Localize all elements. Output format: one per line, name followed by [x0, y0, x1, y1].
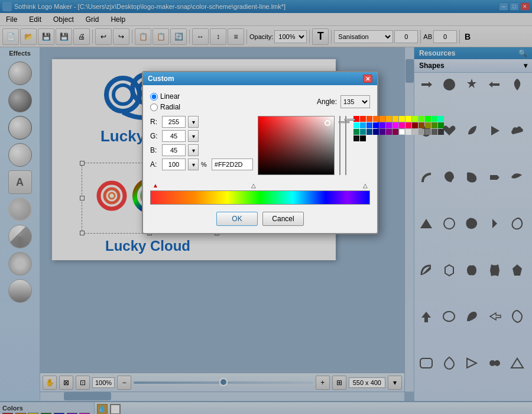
gradient-type-group: Linear Radial — [150, 92, 180, 111]
hue-slider[interactable] — [339, 121, 349, 123]
palette-midgray[interactable] — [425, 129, 431, 135]
palette-yellow[interactable] — [406, 116, 411, 122]
linear-radio[interactable] — [150, 93, 158, 101]
palette-c14[interactable] — [386, 122, 392, 128]
palette-c5[interactable] — [392, 116, 398, 122]
linear-label: Linear — [160, 92, 180, 101]
palette-blue[interactable] — [373, 122, 379, 128]
cancel-button[interactable]: Cancel — [262, 212, 304, 226]
g-row: G: ▾ — [150, 130, 253, 142]
palette-c28[interactable] — [432, 129, 437, 135]
palette-c19[interactable] — [432, 122, 437, 128]
palette-c6[interactable] — [399, 116, 405, 122]
dialog-title-text: Custom — [148, 75, 174, 83]
palette-c21[interactable] — [360, 129, 366, 135]
palette-c15[interactable] — [399, 122, 405, 128]
g-label: G: — [150, 132, 160, 140]
palette-darkgreen[interactable] — [438, 122, 444, 128]
a-input[interactable] — [162, 159, 186, 170]
b-label: B: — [150, 146, 160, 154]
hue-bar[interactable] — [339, 116, 340, 175]
palette-c13[interactable] — [379, 122, 385, 128]
palette-cyan[interactable] — [353, 122, 359, 128]
palette-darkblue[interactable] — [373, 129, 379, 135]
dark-overlay — [258, 117, 334, 174]
a-label: A: — [150, 160, 160, 169]
g-up[interactable]: ▾ — [188, 130, 199, 142]
gradient-picker-area[interactable] — [258, 116, 335, 175]
custom-dialog: Custom ✕ Linear Radial Angle: — [142, 71, 378, 234]
palette-c9[interactable] — [432, 116, 437, 122]
color-crosshair[interactable] — [325, 120, 330, 126]
g-input[interactable] — [162, 130, 186, 142]
alpha-slider[interactable] — [345, 119, 355, 121]
radio-angle-row: Linear Radial Angle: 135 0 45 90 180 — [150, 92, 370, 111]
palette-c12[interactable] — [366, 122, 372, 128]
palette-c10[interactable] — [438, 116, 444, 122]
gradient-preview-bar[interactable] — [150, 190, 370, 205]
color-pickers-row: R: ▾ G: ▾ B: ▾ — [150, 116, 370, 175]
palette-c27[interactable] — [419, 129, 424, 135]
dialog-body: Linear Radial Angle: 135 0 45 90 180 — [143, 85, 377, 233]
palette-black[interactable] — [360, 135, 366, 141]
palette-c8[interactable] — [419, 116, 424, 122]
palette-c29[interactable] — [438, 129, 444, 135]
angle-row: Angle: 135 0 45 90 180 — [317, 95, 370, 108]
palette-c22[interactable] — [366, 129, 372, 135]
color-palette — [353, 116, 444, 175]
rgba-controls: R: ▾ G: ▾ B: ▾ — [150, 116, 253, 175]
b-up[interactable]: ▾ — [188, 144, 199, 156]
r-input[interactable] — [162, 116, 186, 128]
palette-c2[interactable] — [366, 116, 372, 122]
stop-arrow-left[interactable]: ▲ — [153, 182, 158, 189]
palette-c4[interactable] — [386, 116, 392, 122]
palette-c17[interactable] — [419, 122, 424, 128]
b-row: B: ▾ — [150, 144, 253, 156]
palette-c7[interactable] — [412, 116, 418, 122]
dialog-buttons: OK Cancel — [150, 212, 370, 226]
palette-c3[interactable] — [373, 116, 379, 122]
palette-ltgray[interactable] — [406, 129, 411, 135]
palette-darkred[interactable] — [412, 122, 418, 128]
a-row: A: ▾ % — [150, 159, 253, 170]
palette-c20[interactable] — [353, 129, 359, 135]
palette-c24[interactable] — [386, 129, 392, 135]
dialog-title-bar: Custom ✕ — [143, 72, 377, 85]
palette-c26[interactable] — [412, 129, 418, 135]
palette-c11[interactable] — [360, 122, 366, 128]
palette-c25[interactable] — [392, 129, 398, 135]
gradient-stops-area: ▲ △ △ — [150, 181, 370, 205]
stop-arrow-right[interactable]: △ — [363, 182, 368, 189]
stop-arrow-mid[interactable]: △ — [251, 182, 256, 189]
linear-radio-item[interactable]: Linear — [150, 92, 180, 101]
dialog-close-button[interactable]: ✕ — [363, 75, 372, 83]
r-row: R: ▾ — [150, 116, 253, 128]
r-label: R: — [150, 118, 160, 126]
angle-select[interactable]: 135 0 45 90 180 — [340, 95, 370, 108]
radial-radio[interactable] — [150, 104, 158, 111]
palette-green[interactable] — [425, 116, 431, 122]
palette-c18[interactable] — [425, 122, 431, 128]
palette-c16[interactable] — [406, 122, 411, 128]
r-up[interactable]: ▾ — [188, 116, 199, 128]
dialog-overlay: Custom ✕ Linear Radial Angle: — [0, 0, 532, 414]
b-input[interactable] — [162, 144, 186, 156]
palette-orange[interactable] — [379, 116, 385, 122]
a-up[interactable]: ▾ — [188, 159, 199, 170]
palette-magenta[interactable] — [392, 122, 398, 128]
palette-white[interactable] — [399, 129, 405, 135]
radial-label: Radial — [160, 103, 180, 111]
palette-c30[interactable] — [353, 135, 359, 141]
percent-label: % — [201, 161, 207, 168]
angle-label: Angle: — [317, 98, 337, 106]
palette-c1[interactable] — [360, 116, 366, 122]
stop-indicators: ▲ △ △ — [151, 181, 369, 189]
alpha-bar[interactable] — [345, 116, 346, 175]
ok-button[interactable]: OK — [216, 212, 258, 226]
hex-input[interactable] — [212, 159, 253, 170]
radial-radio-item[interactable]: Radial — [150, 103, 180, 111]
palette-c23[interactable] — [379, 129, 385, 135]
gradient-square[interactable] — [258, 116, 335, 175]
